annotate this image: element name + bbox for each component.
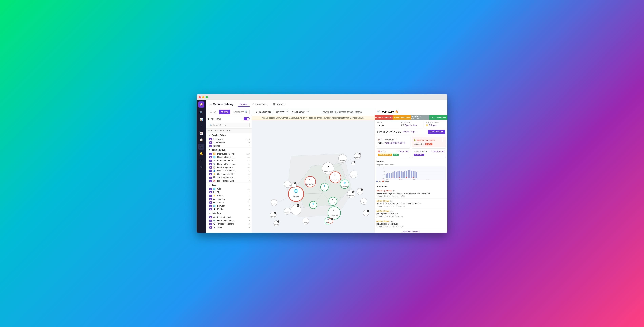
repos-link[interactable]: 📁 2 Repos — [426, 124, 445, 126]
status-ok[interactable]: OK: 113 Monitors — [429, 115, 448, 120]
close-panel-button[interactable]: ✕ — [443, 110, 445, 113]
nav-icon-apm[interactable]: 📈 — [198, 130, 204, 136]
node-web-store[interactable] — [288, 186, 304, 202]
node-event-intake[interactable] — [310, 201, 317, 208]
inferred-checkbox[interactable] — [210, 145, 212, 147]
maximize-button[interactable] — [206, 96, 208, 98]
facet-log-mgmt: 📋 Log Management 98 — [206, 166, 252, 169]
node-payments-go[interactable] — [350, 170, 357, 178]
hide-controls-button[interactable]: 👁 Hide Controls — [254, 110, 273, 114]
hosts-checkbox[interactable] — [210, 226, 212, 228]
more-icon[interactable]: ⋮ — [442, 138, 444, 142]
nav-item-setup[interactable]: Setup & Config — [250, 102, 270, 107]
nav-icon-search[interactable]: 🔍 — [198, 110, 204, 116]
telemetry-type-header[interactable]: ▼ Telemetry Type — [206, 148, 252, 152]
map-view-button[interactable]: 🗺 Map — [219, 110, 230, 114]
db-mon-checkbox[interactable] — [210, 176, 212, 179]
my-teams-toggle[interactable] — [244, 117, 250, 120]
user-defined-checkbox[interactable] — [210, 142, 212, 144]
cluster-select[interactable]: cluster-name:* — [290, 110, 310, 114]
function-checkbox[interactable] — [210, 198, 212, 200]
deployment-link[interactable]: vbe133007fi-3019f8 — [384, 142, 402, 144]
web-checkbox[interactable] — [210, 188, 212, 190]
no-telemetry-checkbox[interactable] — [210, 180, 212, 182]
view-related-button[interactable]: View Related ▾ — [428, 130, 445, 134]
svg-rect-66 — [411, 170, 412, 178]
incident-item-0[interactable]: ◆ SEV-1 (Critical) 23d A version change … — [375, 188, 448, 198]
svg-text:bitsboutique: bitsboutique — [285, 212, 290, 213]
incident-item-1[interactable]: ◆ SEV-2 (High) 2d Error rate was up on f… — [375, 198, 448, 209]
node-data-science[interactable] — [271, 200, 277, 206]
node-address-service[interactable] — [305, 176, 316, 187]
facet-web: 🌐 Web 41 — [206, 187, 252, 190]
status-warn[interactable]: WARN: 9 Monitors — [393, 115, 411, 120]
my-teams-row[interactable]: ▶ My Teams — [206, 116, 252, 122]
nav-item-scorecards[interactable]: Scorecards — [271, 102, 287, 107]
rum-checkbox[interactable] — [210, 170, 212, 172]
search-for-container[interactable]: Search for 🔍 — [232, 110, 250, 114]
universal-service-checkbox[interactable] — [210, 156, 212, 158]
node-inventory-api[interactable] — [320, 183, 328, 191]
minimize-button[interactable] — [202, 96, 204, 98]
fargate-checkbox[interactable] — [210, 223, 212, 225]
node-product-recom2[interactable] — [347, 190, 355, 198]
k8s-checkbox[interactable] — [210, 216, 212, 218]
mobile-checkbox[interactable] — [210, 208, 212, 210]
log-mgmt-checkbox[interactable] — [210, 166, 212, 168]
node-large-48[interactable] — [291, 205, 301, 215]
search-facets-input[interactable]: 🔍 Search facets — [208, 123, 250, 128]
network-perf-checkbox[interactable] — [210, 163, 212, 165]
discovered-checkbox[interactable] — [210, 138, 212, 140]
node-auth-dotnet[interactable] — [338, 154, 347, 162]
nav-icon-monitors[interactable]: 🔔 — [198, 150, 204, 156]
incidents-declare[interactable]: + Declare new — [431, 150, 444, 153]
db-checkbox[interactable] — [210, 191, 212, 194]
close-button[interactable] — [198, 96, 201, 98]
svg-text:plaid: plaid — [363, 202, 365, 203]
infra-mon-checkbox[interactable] — [210, 160, 212, 162]
nav-icon-dashboard[interactable]: 📊 — [198, 116, 204, 122]
node-bitsboutique[interactable] — [284, 208, 291, 215]
incidents-label: ◆ Incidents — [376, 185, 388, 187]
node-plaid[interactable] — [360, 198, 367, 204]
node-sinatra[interactable] — [328, 197, 337, 206]
service-page-link[interactable]: Service Page → — [403, 131, 418, 133]
list-view-button[interactable]: ☰ List — [208, 110, 218, 114]
node-communication[interactable] — [284, 181, 291, 188]
slack-link[interactable]: 💬 Open in slack — [401, 124, 421, 126]
dist-tracing-checkbox[interactable] — [210, 153, 212, 155]
node-shipfast[interactable] — [340, 180, 349, 188]
node-orders[interactable] — [303, 218, 309, 224]
service-emoji: 🛒 — [377, 110, 380, 113]
cont-profiler-checkbox[interactable] — [210, 173, 212, 175]
docker-checkbox[interactable] — [210, 220, 212, 222]
nav-item-explore[interactable]: Explore — [238, 102, 250, 107]
custom-checkbox[interactable] — [210, 202, 212, 204]
status-alert[interactable]: ALERT: 41 Monitors — [375, 115, 393, 120]
svg-rect-67 — [413, 171, 414, 178]
nav-icon-service-catalog[interactable]: 🗂 — [198, 144, 204, 150]
status-nodata[interactable]: NO DATA: 9 Monitors — [411, 115, 429, 120]
chart-legend: Hits Errors — [376, 180, 446, 182]
incident-item-3[interactable]: ◆ SEV-2 (High) 24d [TEST] High Checkouts… — [375, 219, 448, 229]
service-overview-header[interactable]: ▼ SERVICE OVERVIEW — [206, 128, 252, 133]
nav-icon-logs[interactable]: 📋 — [198, 137, 204, 143]
browser-checkbox[interactable] — [210, 205, 212, 207]
slos-create[interactable]: + Create new — [396, 150, 408, 153]
map-info-banner: You are seeing a new Service Map layout,… — [252, 116, 374, 120]
node-fraud-preventi[interactable] — [322, 162, 334, 174]
view-all-incidents-button[interactable]: ⟳ View All Incidents — [375, 229, 448, 233]
search-icon: 🔍 — [245, 111, 248, 113]
nav-icon-infrastructure[interactable]: 🖥 — [198, 123, 204, 129]
incident-item-2[interactable]: ◆ SEV-2 (High) 24d [TEST] High Checkouts… — [375, 209, 448, 219]
overview-title-group: Service Overview Data Service Page → — [377, 131, 418, 133]
infra-type-header[interactable]: ▼ Infra Type — [206, 211, 252, 216]
node-product-recom[interactable] — [330, 172, 341, 183]
env-select[interactable]: env:prod — [274, 110, 288, 114]
cache-checkbox[interactable] — [210, 195, 212, 197]
service-origin-header[interactable]: ▼ Service Origin — [206, 133, 252, 138]
nav-icon-security[interactable]: 🛡 — [198, 157, 204, 163]
type-header[interactable]: ▼ Type — [206, 183, 252, 187]
node-customer-data[interactable] — [328, 206, 341, 219]
nav-icon-settings[interactable]: ⚙ — [198, 164, 204, 170]
